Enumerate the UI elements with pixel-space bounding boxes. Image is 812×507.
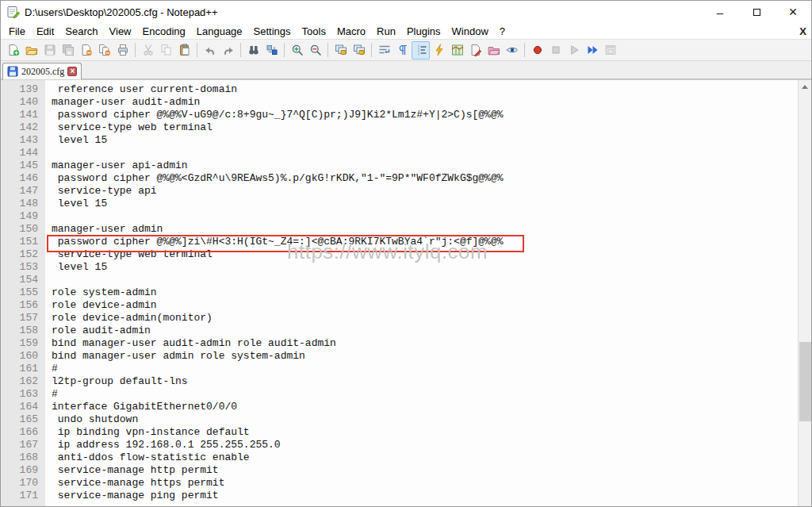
indent-guide-button[interactable] <box>412 41 430 60</box>
code-line-164[interactable]: 164interface GigabitEthernet0/0/0 <box>1 401 798 413</box>
code-line-141[interactable]: 141 password cipher @%@%V-uG9@/c:8+9gu~_… <box>1 109 798 121</box>
scroll-thumb[interactable] <box>799 342 811 421</box>
code-line-162[interactable]: 162l2tp-group default-lns <box>1 375 798 388</box>
code-line-171[interactable]: 171 service-manage ping permit <box>1 490 798 502</box>
code-area[interactable]: 139 reference user current-domain140mana… <box>1 80 798 506</box>
scroll-up-button[interactable] <box>799 80 811 94</box>
line-number: 160 <box>1 350 45 363</box>
menu-item-view[interactable]: View <box>104 23 137 39</box>
menu-item-run[interactable]: Run <box>371 23 401 39</box>
document-edit-button[interactable] <box>466 41 485 60</box>
code-line-167[interactable]: 167 ip address 192.168.0.1 255.255.255.0 <box>1 439 798 451</box>
save-all-icon <box>62 44 75 56</box>
show-all-characters-button[interactable] <box>393 41 412 60</box>
code-line-157[interactable]: 157role device-admin(monitor) <box>1 312 798 325</box>
function-completion-button[interactable] <box>430 41 448 60</box>
redo-icon <box>222 44 235 56</box>
line-text: password cipher @%@%V-uG9@/c:8+9gu~_}7^Q… <box>45 109 504 121</box>
code-line-168[interactable]: 168 anti-ddos flow-statistic enable <box>1 451 798 464</box>
menu-item-window[interactable]: Window <box>446 23 494 39</box>
menu-item-language[interactable]: Language <box>191 23 248 39</box>
line-text: role device-admin <box>45 299 157 312</box>
code-line-166[interactable]: 166 ip binding vpn-instance default <box>1 426 798 439</box>
code-line-139[interactable]: 139 reference user current-domain <box>1 83 798 96</box>
redo-button[interactable] <box>219 41 237 60</box>
macro-stop-button <box>546 41 565 60</box>
zoom-out-button[interactable] <box>306 41 324 60</box>
code-line-165[interactable]: 165 undo shutdown <box>1 413 798 426</box>
print-button[interactable] <box>113 41 132 60</box>
code-line-140[interactable]: 140manager-user audit-admin <box>1 96 798 109</box>
menu-item-file[interactable]: File <box>3 23 31 39</box>
menu-item-edit[interactable]: Edit <box>31 23 59 39</box>
minimize-button[interactable]: – <box>702 1 738 23</box>
sync-horizontal-scroll-button[interactable] <box>350 41 368 60</box>
toolbar-separator <box>197 43 197 57</box>
code-line-163[interactable]: 163# <box>1 388 798 401</box>
code-line-147[interactable]: 147 service-type api <box>1 185 798 198</box>
tab-202005-cfg[interactable]: 202005.cfg × <box>2 63 82 79</box>
sync-vertical-scroll-button[interactable] <box>331 41 350 60</box>
maximize-button[interactable] <box>738 1 775 23</box>
word-wrap-button[interactable] <box>375 41 393 60</box>
code-line-160[interactable]: 160bind manager-user admin role system-a… <box>1 350 798 363</box>
line-text: service-manage http permit <box>45 464 219 477</box>
macro-run-multiple-button[interactable] <box>583 41 601 60</box>
menu-item-search[interactable]: Search <box>59 23 103 39</box>
close-icon: × <box>789 4 798 21</box>
toolbar-separator <box>284 43 285 57</box>
line-text: level 15 <box>45 261 107 274</box>
menu-item-plugins[interactable]: Plugins <box>401 23 446 39</box>
code-line-170[interactable]: 170 service-manage https permit <box>1 477 798 490</box>
file-monitoring-button[interactable] <box>503 41 521 60</box>
code-line-149[interactable]: 149 <box>1 210 798 223</box>
toolbar-separator <box>135 43 136 57</box>
vertical-scrollbar[interactable] <box>798 80 811 506</box>
line-number: 139 <box>1 83 45 96</box>
menu-item-macro[interactable]: Macro <box>331 23 371 39</box>
close-button[interactable]: × <box>775 1 811 23</box>
code-line-154[interactable]: 154 <box>1 274 798 286</box>
close-file-button[interactable] <box>77 41 95 60</box>
folder-as-workspace-button[interactable] <box>485 41 503 60</box>
line-text <box>45 210 52 223</box>
code-line-152[interactable]: 152 service-type web terminal <box>1 248 798 261</box>
menu-item-settings[interactable]: Settings <box>248 23 297 39</box>
close-all-button[interactable] <box>95 41 113 60</box>
menu-item-help[interactable]: ? <box>494 23 511 39</box>
close-document-x-button[interactable]: X <box>799 25 806 37</box>
paste-icon <box>178 44 191 56</box>
line-number: 170 <box>1 477 45 490</box>
code-line-142[interactable]: 142 service-type web terminal <box>1 121 798 134</box>
tab-close-icon[interactable]: × <box>67 67 77 76</box>
file-monitoring-icon <box>506 44 519 56</box>
replace-button[interactable] <box>262 41 281 60</box>
tab-bar: 202005.cfg × <box>1 61 811 79</box>
macro-record-button[interactable] <box>528 41 546 60</box>
zoom-in-button[interactable] <box>288 41 306 60</box>
code-line-143[interactable]: 143 level 15 <box>1 134 798 147</box>
menu-item-tools[interactable]: Tools <box>297 23 331 39</box>
code-line-169[interactable]: 169 service-manage http permit <box>1 464 798 477</box>
code-line-159[interactable]: 159bind manager-user audit-admin role au… <box>1 337 798 350</box>
code-line-158[interactable]: 158role audit-admin <box>1 325 798 337</box>
line-text: password cipher @%@%<GzdR^u\9REAws5)%.p/… <box>45 172 504 185</box>
code-line-145[interactable]: 145manager-user api-admin <box>1 159 798 172</box>
code-line-161[interactable]: 161# <box>1 363 798 375</box>
paste-button[interactable] <box>175 41 193 60</box>
code-line-150[interactable]: 150manager-user admin <box>1 223 798 236</box>
find-button[interactable] <box>244 41 262 60</box>
code-line-153[interactable]: 153 level 15 <box>1 261 798 274</box>
undo-button[interactable] <box>201 41 219 60</box>
document-map-button[interactable] <box>448 41 466 60</box>
code-line-155[interactable]: 155role system-admin <box>1 286 798 299</box>
new-file-button[interactable] <box>4 41 22 60</box>
code-line-156[interactable]: 156role device-admin <box>1 299 798 312</box>
code-line-146[interactable]: 146 password cipher @%@%<GzdR^u\9REAws5)… <box>1 172 798 185</box>
menu-item-encoding[interactable]: Encoding <box>137 23 191 39</box>
code-line-151[interactable]: 151 password cipher @%@%]zi\#H<3:H(IGt~_… <box>1 236 798 248</box>
line-number: 149 <box>1 210 45 223</box>
code-line-148[interactable]: 148 level 15 <box>1 198 798 210</box>
code-line-144[interactable]: 144 <box>1 147 798 159</box>
open-file-button[interactable] <box>22 41 40 60</box>
